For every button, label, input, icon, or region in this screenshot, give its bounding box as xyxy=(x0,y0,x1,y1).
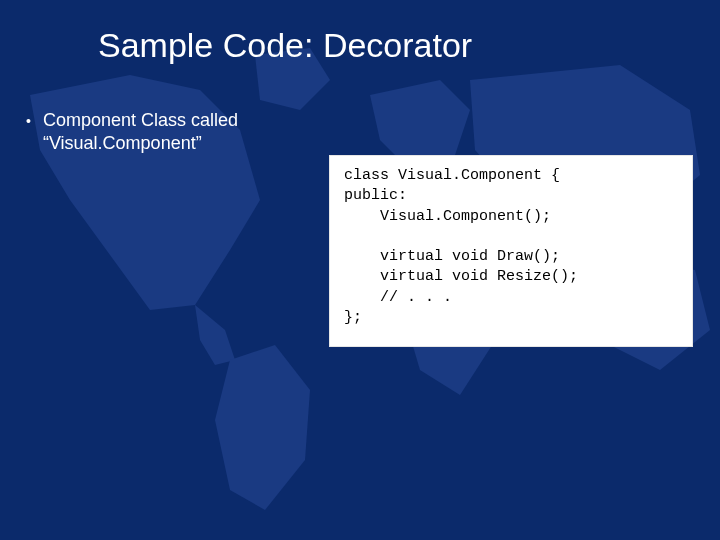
bullet-text: Component Class called “Visual.Component… xyxy=(43,109,330,154)
bullet-item: • Component Class called “Visual.Compone… xyxy=(22,109,330,154)
code-sample: class Visual.Component { public: Visual.… xyxy=(330,156,692,346)
slide-title: Sample Code: Decorator xyxy=(0,0,720,65)
bullet-list: • Component Class called “Visual.Compone… xyxy=(0,65,330,154)
slide-content: Sample Code: Decorator • Component Class… xyxy=(0,0,720,540)
bullet-marker-icon: • xyxy=(22,109,31,133)
